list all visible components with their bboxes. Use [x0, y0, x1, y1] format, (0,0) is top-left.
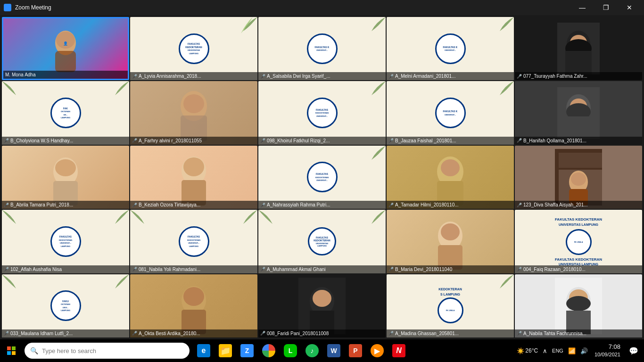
participant-tile[interactable]: 🎤 008_Faridi Pani_2018011008 — [258, 274, 386, 337]
clock-date: 10/09/2021 — [594, 351, 620, 358]
maximize-button[interactable]: ❐ — [595, 0, 617, 15]
language-icon[interactable]: ENG — [550, 348, 565, 354]
participant-name-text: A_Okta Besti Ardika_20180... — [139, 331, 200, 336]
participant-name: 🎤 A_Farhry alvini r_2018011055 — [130, 137, 257, 145]
university-logo: FAKUOKTERANUNIV...LAMPUNG — [50, 290, 81, 321]
university-logo: FAKULTAS KUNIVERSIT... — [435, 33, 466, 64]
participant-tile[interactable]: 🎤 A_Okta Besti Ardika_20180... — [130, 274, 257, 337]
participant-tile[interactable]: 🎤 B_Abrila Tamara Putri_2018... — [2, 146, 129, 209]
edge-app-icon: e — [197, 344, 210, 357]
participant-tile[interactable]: 🎤 B_Keziah Ozora Tirtawijaya... — [130, 146, 257, 209]
taskbar-spotify-icon[interactable]: ♪ — [302, 340, 322, 361]
start-button[interactable] — [0, 339, 23, 362]
participant-name: 🎤 123_Diva Shaffa Aisyah_201... — [515, 201, 642, 209]
svg-text:👤: 👤 — [63, 41, 68, 46]
zoom-app-icon: Z — [240, 344, 254, 357]
participant-tile[interactable]: FAKULTAS KEDOKTERAN UNIVERSITAS LAMPUNG … — [515, 210, 642, 273]
participant-name: 🎤 B_Abrila Tamara Putri_2018... — [2, 201, 129, 209]
participant-name-text: 081_Nabila Yoli Rahmadani... — [139, 267, 200, 272]
notification-icon: 💬 — [629, 346, 638, 355]
participant-tile[interactable]: FAKULTASKEDOKTERANUNIVERSITASLAMPUNG 🎤 A… — [130, 17, 257, 80]
search-bar[interactable]: 🔍 — [25, 343, 190, 359]
participant-name: 🎤 B_Jauzaa Faishal _201801... — [387, 137, 514, 145]
word-app-icon: W — [327, 344, 340, 357]
participant-name-text: 123_Diva Shaffa Aisyah_201... — [523, 202, 588, 207]
wifi-icon: 📶 — [568, 347, 576, 354]
minimize-button[interactable]: — — [571, 0, 593, 15]
participant-tile[interactable]: 🎤 B_Hanifah Qollama_201801... — [515, 81, 642, 144]
participant-tile[interactable]: FAKULTASKEDOKTERANUNIVERSIT... 🎤 A_Nahra… — [258, 146, 386, 209]
taskbar-powerpoint-icon[interactable]: P — [345, 340, 366, 361]
participant-name: 🎤 A_Tamadar Hilmi_20180110... — [387, 201, 514, 209]
participant-name-text: A_Farhry alvini r_2018011055 — [139, 138, 202, 143]
participant-name: 🎤 A_Melni Armadani_201801... — [387, 72, 514, 80]
participant-tile[interactable]: FAKULTASKEDOKTERANUNIVERSIT...LAMPUNG 🎤 … — [2, 210, 129, 273]
taskbar-line-icon[interactable]: L — [280, 340, 301, 361]
svg-rect-29 — [555, 149, 602, 153]
participant-tile[interactable]: FAKULTASKEDOKTERANUNIVERSIT...LAMPUNG 🎤 … — [130, 210, 257, 273]
participant-tile[interactable]: FAKULTASKEDOKTERANUNIVERSITASLAMPUNG 🎤 A… — [258, 210, 386, 273]
window-title-text: Zoom Meeting — [15, 4, 51, 11]
network-icon[interactable]: 📶 — [566, 347, 578, 354]
participant-tile[interactable]: 👤 M. Mona Adha — [2, 17, 129, 80]
svg-point-18 — [55, 159, 76, 176]
participant-name-text: A_Madina Ghassan_205801... — [395, 331, 459, 336]
participant-tile[interactable]: FAKOKTERANUN...LAMPUNG 🎤 B_Cholyviona W.… — [2, 81, 129, 144]
window-controls: — ❐ ✕ — [571, 0, 640, 15]
taskbar-edge-icon[interactable]: e — [193, 340, 214, 361]
participant-name: 🎤 A_Madina Ghassan_205801... — [387, 329, 514, 337]
participant-name-text: A_Melni Armadani_201801... — [395, 74, 455, 79]
university-logo: FAKULTASKEDOKTERANUNIVERSIT...LAMPUNG — [50, 226, 81, 257]
volume-icon[interactable]: 🔊 — [578, 347, 590, 354]
taskbar-vlc-icon[interactable]: ▶ — [367, 340, 388, 361]
powerpoint-app-icon: P — [349, 344, 362, 357]
participant-name-text: A_Nabila Tahta Fachrunnisa... — [523, 331, 586, 336]
university-logo: FAKULTASKEDOKTERANUNIVERSIT... — [307, 98, 338, 128]
tray-overflow-button[interactable]: ∧ — [541, 347, 549, 354]
clock-time: 7:08 — [594, 343, 620, 351]
university-logo: FAKULTAS KUNIVERSIT... — [435, 98, 466, 128]
participant-name-text: A_Salsabila Dwi Irga Syarif_... — [267, 74, 330, 79]
participant-tile[interactable]: FAKULTASKEDOKTERANUNIVERSIT... 🎤 098_Kho… — [258, 81, 386, 144]
participant-tile[interactable]: FAKUOKTERANUNIV...LAMPUNG 🎤 033_Maulana … — [2, 274, 129, 337]
participant-tile[interactable]: 🎤 077_Tsurayyah Fathma Zahr... — [515, 17, 642, 80]
participant-tile[interactable]: FAKULTAS KUNIVERSIT... 🎤 A_Melni Armadan… — [387, 17, 514, 80]
taskbar: 🔍 e 📁 Z L — [0, 339, 644, 362]
participant-name-text: A_Muhammad Akmal Ghani — [267, 267, 326, 272]
participant-tile[interactable]: 🎤 B_Maria Devi_2018011040 — [387, 210, 514, 273]
chrome-app-icon — [262, 344, 275, 357]
svg-point-42 — [313, 290, 331, 307]
participant-name-text: 033_Maulana Idham Lutfi_2... — [10, 331, 73, 336]
taskbar-netflix-icon[interactable]: N — [388, 340, 409, 361]
participant-tile[interactable]: KEDOKTERAN S LAMPUNG FK UNILA 🎤 A_Madina… — [387, 274, 514, 337]
university-logo: FAKOKTERANUN...LAMPUNG — [50, 98, 81, 128]
participant-name-text: B_Cholyviona W.S Handhay... — [10, 138, 73, 143]
weather-tray-icon[interactable]: ☀️ 26°C — [515, 347, 540, 354]
participant-name: 🎤 A_Muhammad Akmal Ghani — [258, 265, 386, 273]
svg-rect-16 — [566, 116, 591, 139]
search-input[interactable] — [42, 347, 184, 354]
taskbar-chrome-icon[interactable] — [258, 340, 279, 361]
svg-point-10 — [183, 94, 204, 113]
participant-tile[interactable]: 🎤 A_Tamadar Hilmi_20180110... — [387, 146, 514, 209]
participant-name: 🎤 102_Aflah Aushafia Nisa — [2, 265, 129, 273]
taskbar-files-icon[interactable]: 📁 — [215, 340, 236, 361]
close-button[interactable]: ✕ — [619, 0, 640, 15]
participant-tile[interactable]: 🎤 123_Diva Shaffa Aisyah_201... — [515, 146, 642, 209]
taskbar-word-icon[interactable]: W — [323, 340, 344, 361]
participant-tile[interactable]: FAKULTAS KUNIVERSIT... 🎤 A_Salsabila Dwi… — [258, 17, 386, 80]
participant-name: 🎤 033_Maulana Idham Lutfi_2... — [2, 329, 129, 337]
speaker-icon: 🔊 — [580, 347, 588, 354]
system-tray: ☀️ 26°C ∧ ENG 📶 🔊 7:08 10/09/2021 💬 — [513, 339, 644, 362]
participant-tile[interactable]: 🎤 A_Farhry alvini r_2018011055 — [130, 81, 257, 144]
svg-rect-30 — [555, 168, 602, 170]
system-clock[interactable]: 7:08 10/09/2021 — [591, 343, 624, 358]
participant-tile[interactable]: 🎤 A_Nabila Tahta Fachrunnisa... — [515, 274, 642, 337]
svg-point-35 — [441, 223, 460, 240]
participant-name: 🎤 081_Nabila Yoli Rahmadani... — [130, 265, 257, 273]
participant-name: 🎤 A_Salsabila Dwi Irga Syarif_... — [258, 72, 386, 80]
language-text: ENG — [552, 348, 563, 354]
participant-tile[interactable]: FAKULTAS KUNIVERSIT... 🎤 B_Jauzaa Faisha… — [387, 81, 514, 144]
notification-button[interactable]: 💬 — [625, 339, 642, 362]
taskbar-zoom-icon[interactable]: Z — [237, 340, 257, 361]
